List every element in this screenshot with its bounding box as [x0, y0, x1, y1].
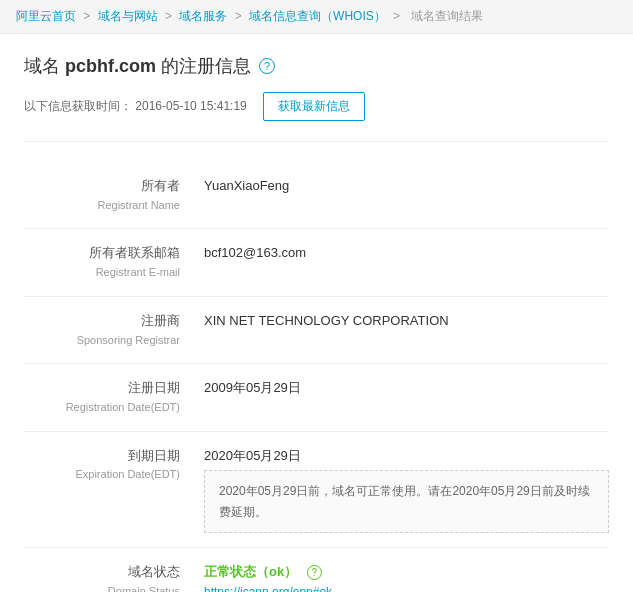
registration-date-value: 2009年05月29日: [204, 378, 609, 399]
breadcrumb-whois[interactable]: 域名信息查询（WHOIS）: [249, 9, 386, 23]
registration-date-row: 注册日期 Registration Date(EDT) 2009年05月29日: [24, 364, 609, 431]
registrant-email-row: 所有者联系邮箱 Registrant E-mail bcf102@163.com: [24, 229, 609, 296]
domain-name: pcbhf.com: [65, 56, 156, 76]
domain-status-value: 正常状态（ok） ? https://icann.org/epp#ok: [204, 562, 609, 592]
sponsoring-registrar-value: XIN NET TECHNOLOGY CORPORATION: [204, 311, 609, 332]
registration-date-label: 注册日期 Registration Date(EDT): [24, 378, 204, 416]
sponsoring-registrar-label: 注册商 Sponsoring Registrar: [24, 311, 204, 349]
fetch-latest-button[interactable]: 获取最新信息: [263, 92, 365, 121]
breadcrumb-current: 域名查询结果: [411, 9, 483, 23]
title-suffix: 的注册信息: [161, 56, 251, 76]
breadcrumb-sep: >: [83, 9, 93, 23]
info-section: 所有者 Registrant Name YuanXiaoFeng 所有者联系邮箱…: [24, 162, 609, 592]
status-help-icon[interactable]: ?: [307, 565, 322, 580]
registrant-email-label: 所有者联系邮箱 Registrant E-mail: [24, 243, 204, 281]
divider: [24, 141, 609, 142]
domain-status-label: 域名状态 Domain Status: [24, 562, 204, 592]
registrant-name-row: 所有者 Registrant Name YuanXiaoFeng: [24, 162, 609, 229]
expiration-date-text: 2020年05月29日: [204, 446, 609, 467]
expiration-date-value: 2020年05月29日 2020年05月29日前，域名可正常使用。请在2020年…: [204, 446, 609, 534]
registrant-name-label: 所有者 Registrant Name: [24, 176, 204, 214]
fetch-timestamp: 以下信息获取时间： 2016-05-10 15:41:19: [24, 98, 247, 115]
expiration-date-label: 到期日期 Expiration Date(EDT): [24, 446, 204, 484]
registrant-name-value: YuanXiaoFeng: [204, 176, 609, 197]
expiration-notice: 2020年05月29日前，域名可正常使用。请在2020年05月29日前及时续费延…: [204, 470, 609, 533]
main-content: 域名 pcbhf.com 的注册信息 ? 以下信息获取时间： 2016-05-1…: [0, 34, 633, 592]
page-title-area: 域名 pcbhf.com 的注册信息 ?: [24, 54, 609, 78]
breadcrumb-domain[interactable]: 域名与网站: [98, 9, 158, 23]
breadcrumb-service[interactable]: 域名服务: [179, 9, 227, 23]
breadcrumb-sep4: >: [393, 9, 403, 23]
page-title: 域名 pcbhf.com 的注册信息: [24, 54, 251, 78]
breadcrumb-home[interactable]: 阿里云首页: [16, 9, 76, 23]
fetch-info: 以下信息获取时间： 2016-05-10 15:41:19 获取最新信息: [24, 92, 609, 121]
breadcrumb-sep3: >: [235, 9, 245, 23]
status-url-link[interactable]: https://icann.org/epp#ok: [204, 583, 609, 592]
status-ok-text: 正常状态（ok）: [204, 564, 297, 579]
title-prefix: 域名: [24, 56, 65, 76]
breadcrumb-sep2: >: [165, 9, 175, 23]
domain-status-row: 域名状态 Domain Status 正常状态（ok） ? https://ic…: [24, 548, 609, 592]
breadcrumb: 阿里云首页 > 域名与网站 > 域名服务 > 域名信息查询（WHOIS） > 域…: [0, 0, 633, 34]
registrant-email-value: bcf102@163.com: [204, 243, 609, 264]
expiration-date-row: 到期日期 Expiration Date(EDT) 2020年05月29日 20…: [24, 432, 609, 549]
sponsoring-registrar-row: 注册商 Sponsoring Registrar XIN NET TECHNOL…: [24, 297, 609, 364]
help-icon[interactable]: ?: [259, 58, 275, 74]
